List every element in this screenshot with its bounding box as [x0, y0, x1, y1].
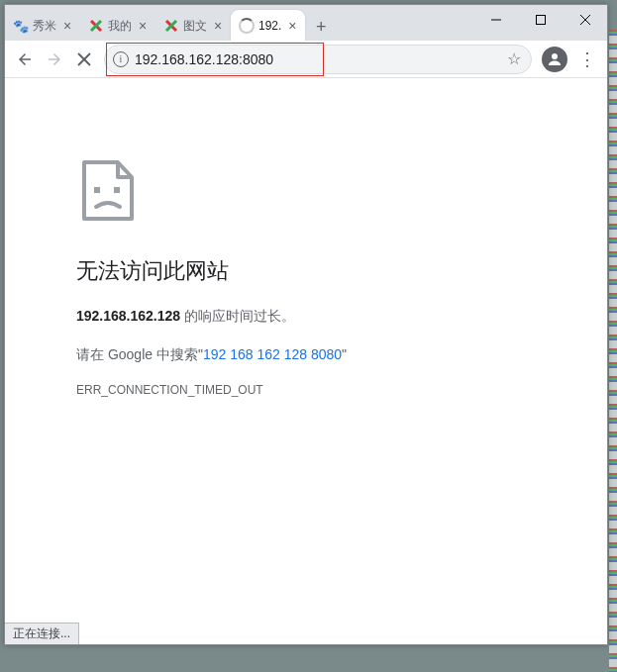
svg-rect-7 — [94, 187, 100, 193]
close-tab-icon[interactable]: × — [285, 19, 299, 33]
stop-button[interactable] — [70, 46, 98, 73]
toolbar: i ☆ ⋮ — [5, 41, 607, 78]
tab-3-active[interactable]: 192. × — [231, 10, 305, 42]
tab-title: 图文 — [183, 18, 207, 35]
tab-title: 192. — [258, 19, 281, 33]
tab-0[interactable]: 🐾 秀米 × — [5, 11, 80, 41]
back-button[interactable] — [11, 46, 39, 73]
chrome-window: 🐾 秀米 × 我的 × 图文 × 192. × + — [4, 4, 608, 645]
profile-avatar[interactable] — [542, 47, 567, 72]
error-host: 192.168.162.128 — [76, 308, 180, 324]
error-title: 无法访问此网站 — [76, 256, 548, 286]
new-tab-button[interactable]: + — [307, 13, 335, 41]
maximize-button[interactable] — [518, 5, 563, 35]
close-tab-icon[interactable]: × — [211, 19, 225, 33]
tab-title: 我的 — [108, 18, 132, 35]
tab-title: 秀米 — [33, 18, 56, 35]
error-search-line: 请在 Google 中搜索"192 168 162 128 8080" — [76, 344, 548, 365]
favicon-x-icon — [88, 18, 104, 34]
close-tab-icon[interactable]: × — [60, 19, 74, 33]
close-window-button[interactable] — [563, 5, 607, 35]
loading-spinner-icon — [239, 18, 255, 34]
svg-rect-1 — [536, 16, 545, 25]
site-info-icon[interactable]: i — [113, 51, 129, 67]
sad-file-icon — [76, 157, 146, 227]
tab-strip: 🐾 秀米 × 我的 × 图文 × 192. × + — [5, 5, 607, 41]
svg-point-6 — [552, 53, 558, 59]
page-content: 无法访问此网站 192.168.162.128 的响应时间过长。 请在 Goog… — [5, 78, 607, 644]
svg-rect-8 — [114, 187, 120, 193]
tab-1[interactable]: 我的 × — [80, 11, 155, 41]
tab-2[interactable]: 图文 × — [155, 11, 231, 41]
favicon-x-icon — [163, 18, 179, 34]
background-editor-stripe — [609, 30, 617, 672]
error-host-line: 192.168.162.128 的响应时间过长。 — [76, 306, 548, 327]
error-search-prefix: 请在 Google 中搜索" — [76, 346, 203, 362]
window-controls — [473, 5, 607, 35]
bookmark-star-icon[interactable]: ☆ — [507, 49, 523, 68]
favicon-paw-icon: 🐾 — [13, 18, 29, 34]
omnibox-container: i ☆ — [104, 45, 532, 74]
close-tab-icon[interactable]: × — [136, 19, 150, 33]
error-code: ERR_CONNECTION_TIMED_OUT — [76, 383, 548, 397]
kebab-menu-icon[interactable]: ⋮ — [573, 46, 601, 73]
forward-button — [41, 46, 68, 73]
error-search-link[interactable]: 192 168 162 128 8080 — [203, 346, 342, 362]
omnibox[interactable]: i ☆ — [104, 45, 532, 74]
error-host-suffix: 的响应时间过长。 — [180, 308, 295, 324]
error-search-suffix: " — [342, 346, 347, 362]
status-bar: 正在连接... — [5, 623, 79, 644]
url-input[interactable] — [135, 51, 501, 67]
minimize-button[interactable] — [473, 5, 518, 35]
